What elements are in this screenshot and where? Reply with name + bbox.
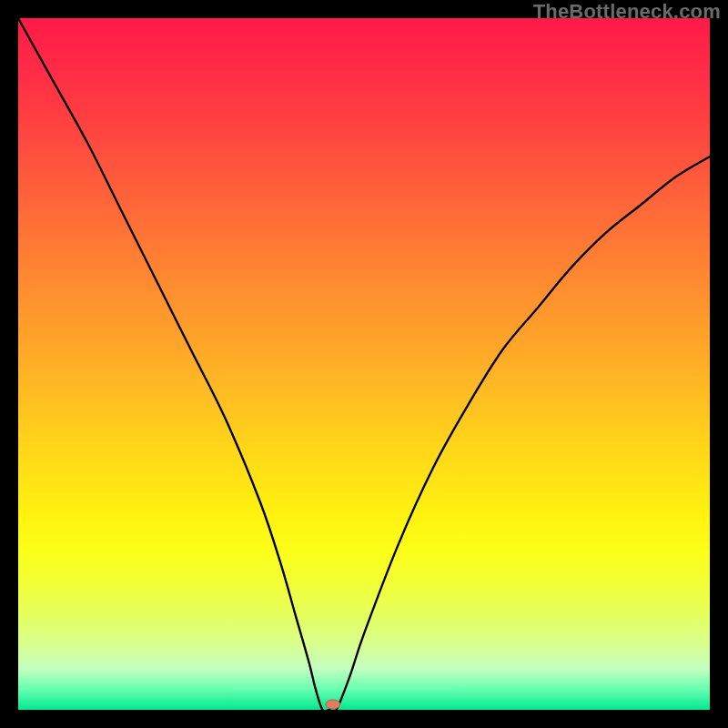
minimum-marker (326, 700, 340, 709)
watermark-text: TheBottleneck.com (533, 0, 721, 24)
chart-frame: TheBottleneck.com (0, 0, 728, 728)
chart-svg (18, 18, 710, 710)
bottleneck-curve (18, 18, 710, 713)
